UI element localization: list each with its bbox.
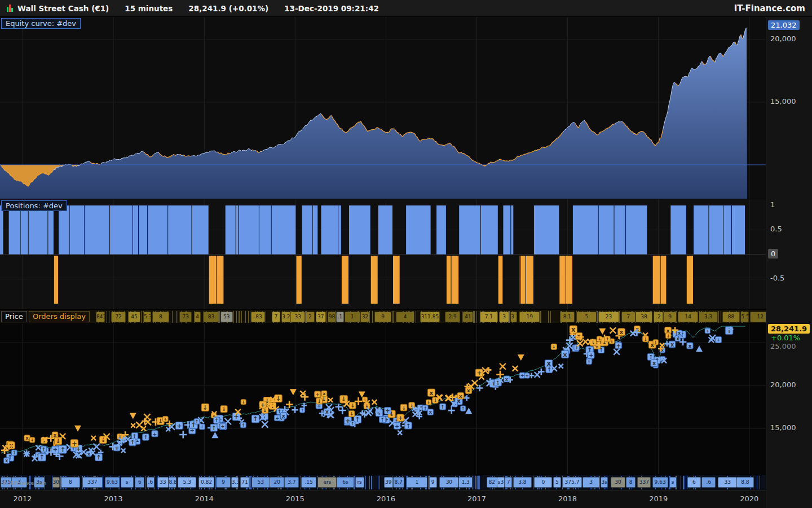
order-marker[interactable]: x: [24, 435, 30, 441]
order-marker[interactable]: [448, 407, 455, 414]
order-marker[interactable]: [91, 436, 96, 440]
order-tag[interactable]: 3: [582, 477, 599, 488]
order-marker[interactable]: x: [677, 330, 682, 336]
order-marker[interactable]: [582, 339, 588, 344]
order-marker[interactable]: +: [175, 422, 183, 430]
order-tag[interactable]: 39: [384, 477, 393, 488]
order-tag[interactable]: 23: [598, 312, 619, 322]
order-marker[interactable]: +: [315, 391, 321, 397]
order-marker[interactable]: [610, 327, 616, 334]
order-tag[interactable]: 9: [663, 312, 677, 322]
order-marker[interactable]: [94, 444, 100, 450]
order-tag[interactable]: 41: [462, 312, 473, 322]
order-tag[interactable]: s: [669, 477, 677, 488]
order-tag[interactable]: 53: [251, 477, 270, 488]
order-marker[interactable]: [262, 421, 268, 427]
order-marker[interactable]: ↓: [349, 402, 356, 409]
order-tag[interactable]: 7: [505, 477, 513, 488]
order-tag[interactable]: 3: [499, 312, 509, 322]
order-marker[interactable]: ↑: [379, 417, 386, 423]
order-tag[interactable]: 5.5: [740, 312, 748, 322]
order-marker[interactable]: [538, 369, 545, 375]
order-tag[interactable]: 337: [82, 477, 103, 488]
order-marker[interactable]: ↓: [551, 344, 557, 349]
order-marker[interactable]: +: [384, 408, 391, 414]
order-marker[interactable]: [630, 331, 636, 336]
order-tag[interactable]: 5.3: [143, 312, 151, 322]
order-marker[interactable]: x: [280, 413, 286, 419]
order-tag[interactable]: 1: [407, 477, 428, 488]
order-tag[interactable]: 7.1: [480, 312, 498, 322]
order-marker[interactable]: ↑: [214, 417, 220, 423]
order-tag[interactable]: 20: [270, 477, 284, 488]
order-marker[interactable]: ↓: [665, 333, 671, 339]
order-marker[interactable]: ↑: [546, 366, 553, 373]
order-marker[interactable]: x: [665, 327, 672, 334]
order-marker[interactable]: ↓: [241, 400, 246, 405]
order-marker[interactable]: ↓: [55, 437, 62, 445]
order-tag[interactable]: 3s: [601, 477, 608, 488]
order-marker[interactable]: ↓: [275, 395, 282, 402]
order-tag[interactable]: 5: [576, 312, 597, 322]
order-marker[interactable]: ↓: [426, 400, 431, 405]
sell-signal-arrow[interactable]: [599, 329, 606, 335]
order-marker[interactable]: ↓: [653, 340, 658, 345]
sell-signal-arrow[interactable]: [359, 391, 365, 397]
order-tag[interactable]: 9: [374, 312, 391, 322]
order-marker[interactable]: +: [163, 417, 169, 422]
order-tag[interactable]: 82: [487, 477, 497, 488]
order-tag[interactable]: 3.3: [699, 312, 718, 322]
order-marker[interactable]: [179, 431, 187, 439]
order-marker[interactable]: x: [4, 458, 10, 463]
positions-indicator-label[interactable]: Positions: #dev: [1, 200, 67, 211]
order-marker[interactable]: [136, 422, 142, 428]
order-tag[interactable]: 33: [157, 477, 169, 488]
order-tag[interactable]: 9.63: [652, 477, 668, 488]
order-marker[interactable]: +: [152, 431, 158, 437]
order-tag[interactable]: 337: [637, 477, 651, 488]
order-tag[interactable]: 3.35: [510, 312, 517, 322]
order-tag[interactable]: 5: [553, 477, 561, 488]
order-marker[interactable]: ↑: [38, 453, 46, 461]
order-marker[interactable]: [292, 407, 298, 414]
order-marker[interactable]: +: [604, 336, 610, 341]
order-marker[interactable]: ↑: [440, 404, 446, 410]
order-marker[interactable]: ↑: [59, 445, 67, 453]
order-marker[interactable]: ↑: [41, 446, 47, 452]
order-marker[interactable]: [446, 395, 452, 401]
order-tag[interactable]: .83: [251, 312, 265, 322]
order-marker[interactable]: ↑: [251, 415, 259, 423]
order-marker[interactable]: x: [575, 332, 582, 340]
order-tag[interactable]: 4: [194, 312, 201, 322]
order-tag[interactable]: 33: [718, 477, 737, 488]
order-tag[interactable]: 3.7: [284, 477, 299, 488]
order-tag[interactable]: 30: [52, 477, 60, 488]
order-tag[interactable]: 8: [61, 477, 80, 488]
order-marker[interactable]: [339, 406, 346, 414]
order-marker[interactable]: x: [52, 432, 58, 438]
order-marker[interactable]: [500, 364, 506, 370]
order-marker[interactable]: ↓: [201, 404, 209, 411]
order-marker[interactable]: ↑: [350, 421, 355, 427]
order-marker[interactable]: ↓: [30, 437, 35, 443]
order-tag[interactable]: 5.3: [178, 477, 196, 488]
order-tag[interactable]: 8.1: [560, 312, 575, 322]
order-marker[interactable]: x: [427, 409, 434, 415]
order-tag[interactable]: 38: [636, 312, 652, 322]
order-marker[interactable]: +: [524, 373, 529, 378]
order-tag[interactable]: 7: [272, 312, 280, 322]
order-tag[interactable]: 33: [290, 312, 305, 322]
order-marker[interactable]: [464, 395, 470, 401]
order-tag[interactable]: 72: [111, 312, 126, 322]
order-tag[interactable]: rs: [355, 477, 364, 488]
equity-chart[interactable]: [0, 17, 766, 199]
order-marker[interactable]: ↓: [316, 398, 323, 404]
order-tag[interactable]: .6: [701, 477, 716, 488]
order-tag[interactable]: 9: [429, 477, 437, 488]
order-marker[interactable]: ↑: [131, 433, 138, 439]
order-marker[interactable]: [535, 372, 540, 378]
order-marker[interactable]: ↓: [643, 336, 649, 342]
order-tag[interactable]: 3.8: [513, 477, 532, 488]
order-marker[interactable]: x: [687, 343, 693, 349]
order-tag[interactable]: 6: [687, 477, 701, 488]
